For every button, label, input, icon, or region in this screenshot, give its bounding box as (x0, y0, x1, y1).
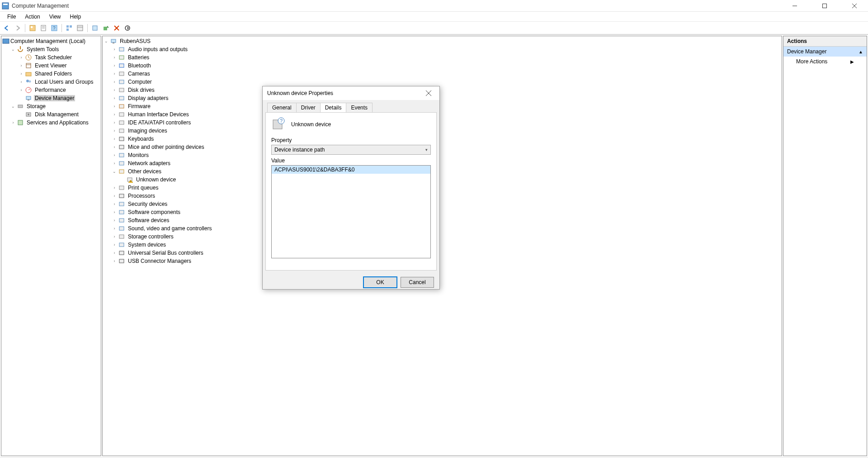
device-category[interactable]: ›IDE ATA/ATAPI controllers (104, 119, 781, 127)
device-category[interactable]: ›Audio inputs and outputs (104, 45, 781, 53)
expand-icon[interactable]: › (112, 104, 117, 109)
expand-icon[interactable]: › (112, 161, 117, 166)
menu-help[interactable]: Help (66, 13, 86, 21)
expand-icon[interactable]: › (112, 193, 117, 199)
expand-icon[interactable]: › (112, 47, 117, 52)
tree-disk-management[interactable]: › Disk Management (2, 110, 100, 119)
tree-storage[interactable]: ⌄ Storage (2, 102, 100, 110)
tree-local-users[interactable]: › Local Users and Groups (2, 78, 100, 86)
expand-icon[interactable]: › (19, 87, 24, 93)
expand-icon[interactable]: › (112, 120, 117, 125)
device-category[interactable]: ›System devices (104, 241, 781, 249)
actions-section[interactable]: Device Manager ▲ (783, 47, 867, 57)
device-category[interactable]: ›Cameras (104, 70, 781, 78)
disable-device-button[interactable] (123, 23, 132, 33)
value-item[interactable]: ACPI\ASUS9001\2&DABA3FF&0 (272, 166, 430, 174)
expand-icon[interactable]: › (112, 209, 117, 215)
expand-icon[interactable]: ⌄ (10, 104, 16, 109)
maximize-button[interactable] (816, 1, 833, 10)
device-category[interactable]: ›Sound, video and game controllers (104, 224, 781, 233)
tree-system-tools[interactable]: ⌄ System Tools (2, 45, 100, 53)
expand-icon[interactable]: › (19, 71, 24, 76)
tree-services-apps[interactable]: › Services and Applications (2, 119, 100, 127)
expand-icon[interactable]: › (112, 152, 117, 158)
expand-icon[interactable]: › (112, 128, 117, 133)
ok-button[interactable]: OK (363, 277, 397, 288)
show-hide-tree-button[interactable] (28, 23, 38, 33)
expand-icon[interactable]: › (112, 226, 117, 231)
expand-icon[interactable]: ⌄ (104, 38, 109, 44)
expand-icon[interactable]: › (19, 63, 24, 68)
properties-button-toolbar[interactable] (38, 23, 48, 33)
expand-icon[interactable]: ⌄ (112, 169, 117, 174)
tree-shared-folders[interactable]: › Shared Folders (2, 70, 100, 78)
device-category[interactable]: ›Storage controllers (104, 233, 781, 241)
device-tree[interactable]: ⌄ RubenASUS ›Audio inputs and outputs›Ba… (102, 36, 782, 456)
device-category[interactable]: ›Security devices (104, 200, 781, 208)
device-category[interactable]: ›Software devices (104, 216, 781, 224)
tree-device-manager[interactable]: › Device Manager (2, 94, 100, 102)
device-category[interactable]: ›Processors (104, 192, 781, 200)
expand-icon[interactable]: › (112, 234, 117, 239)
expand-icon[interactable]: › (112, 79, 117, 85)
close-button[interactable] (846, 1, 863, 10)
device-category[interactable]: ›Keyboards (104, 135, 781, 143)
device-category[interactable]: ›Universal Serial Bus controllers (104, 249, 781, 257)
device-category[interactable]: ›Disk drives (104, 86, 781, 94)
device-category[interactable]: ›USB Connector Managers (104, 257, 781, 265)
device-category[interactable]: ›Network adapters (104, 159, 781, 167)
expand-icon[interactable]: › (112, 136, 117, 142)
property-dropdown[interactable]: Device instance path ▾ (271, 145, 431, 155)
expand-icon[interactable]: › (112, 201, 117, 207)
device-category[interactable]: ›Firmware (104, 102, 781, 110)
scan-hardware-button[interactable] (90, 23, 100, 33)
tree-root[interactable]: Computer Management (Local) (2, 37, 100, 45)
help-button-toolbar[interactable]: ? (49, 23, 59, 33)
expand-icon[interactable]: › (112, 87, 117, 93)
expand-icon[interactable]: › (112, 55, 117, 60)
uninstall-device-button[interactable] (112, 23, 122, 33)
menu-view[interactable]: View (45, 13, 66, 21)
update-driver-button[interactable] (101, 23, 111, 33)
device-category[interactable]: ›Batteries (104, 53, 781, 62)
expand-icon[interactable]: › (112, 71, 117, 76)
more-actions-item[interactable]: More Actions ▶ (783, 57, 867, 67)
tab-events[interactable]: Events (346, 103, 373, 112)
menu-action[interactable]: Action (20, 13, 44, 21)
device-category[interactable]: ›Software components (104, 208, 781, 216)
device-root[interactable]: ⌄ RubenASUS (104, 37, 781, 45)
expand-icon[interactable]: › (112, 250, 117, 256)
device-category[interactable]: ›Imaging devices (104, 127, 781, 135)
expand-icon[interactable]: ⌄ (10, 47, 16, 52)
expand-icon[interactable]: › (112, 185, 117, 190)
console-tree[interactable]: Computer Management (Local) ⌄ System Too… (1, 36, 101, 456)
tab-details[interactable]: Details (320, 103, 347, 112)
expand-icon[interactable]: › (19, 55, 24, 60)
expand-icon[interactable]: › (112, 144, 117, 150)
tree-task-scheduler[interactable]: › Task Scheduler (2, 53, 100, 62)
device-category[interactable]: ›Display adapters (104, 94, 781, 102)
cancel-button[interactable]: Cancel (401, 277, 434, 288)
minimize-button[interactable] (787, 1, 803, 10)
expand-icon[interactable]: › (112, 218, 117, 223)
value-listbox[interactable]: ACPI\ASUS9001\2&DABA3FF&0 (271, 165, 431, 258)
view2-button-toolbar[interactable] (75, 23, 85, 33)
device-category[interactable]: ›Human Interface Devices (104, 110, 781, 119)
menu-file[interactable]: File (3, 13, 20, 21)
tab-general[interactable]: General (267, 103, 297, 112)
expand-icon[interactable]: › (19, 79, 24, 85)
device-category[interactable]: ›Bluetooth (104, 62, 781, 70)
device-category[interactable]: ›Monitors (104, 151, 781, 159)
expand-icon[interactable]: › (112, 63, 117, 68)
expand-icon[interactable]: › (112, 242, 117, 247)
device-category[interactable]: ⌄Other devices (104, 167, 781, 176)
tree-event-viewer[interactable]: › Event Viewer (2, 62, 100, 70)
device-item-unknown[interactable]: ›Unknown device (104, 176, 781, 184)
view-button-toolbar[interactable] (64, 23, 74, 33)
forward-button[interactable] (13, 23, 23, 33)
dialog-close-button[interactable] (422, 88, 435, 98)
device-category[interactable]: ›Mice and other pointing devices (104, 143, 781, 151)
device-category[interactable]: ›Computer (104, 78, 781, 86)
expand-icon[interactable]: › (112, 95, 117, 101)
tree-performance[interactable]: › Performance (2, 86, 100, 94)
